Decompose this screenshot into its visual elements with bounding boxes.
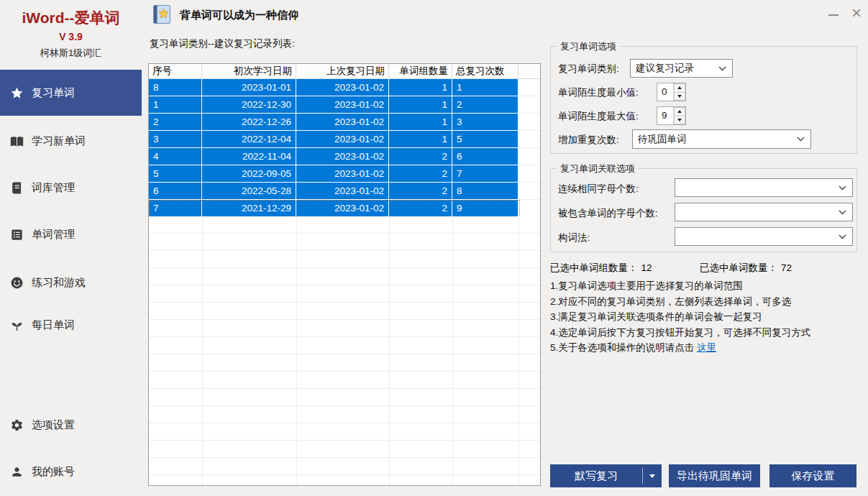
table-cell: 5 — [452, 131, 518, 148]
table-row[interactable]: 32022-12-042023-01-0215 — [149, 131, 540, 148]
chevron-down-icon — [839, 210, 846, 215]
table-cell: 2 — [389, 148, 452, 165]
table-cell: 2023-01-02 — [296, 148, 389, 165]
table-cell: 1 — [389, 131, 452, 148]
chevron-down-icon — [797, 137, 805, 142]
table-cell: 2023-01-02 — [296, 200, 389, 217]
selected-words-value: 72 — [781, 262, 792, 273]
table-cell: 2 — [452, 96, 518, 114]
gear-icon — [10, 418, 24, 432]
table-cell: 2023-01-02 — [296, 96, 389, 114]
contained-letters-select[interactable] — [675, 203, 853, 221]
grid-line — [296, 216, 297, 485]
table-row[interactable]: 82023-01-012023-01-0211 — [149, 79, 540, 96]
table-cell: 1 — [452, 79, 518, 96]
app-window: iWord--爱单词 V 3.9 柯林斯1级词汇 复习单词学习新单词词库管理单词… — [0, 0, 868, 496]
table-cell: 2023-01-02 — [296, 183, 389, 200]
instruction-text: 5.关于各选项和操作的说明请点击 — [550, 342, 697, 353]
spin-down-button[interactable] — [674, 116, 685, 125]
column-header[interactable]: 序号 — [149, 64, 202, 78]
table-row[interactable]: 72021-12-292023-01-0229 — [149, 200, 540, 217]
sidebar-item-7[interactable]: 选项设置 — [0, 410, 142, 439]
list-icon — [10, 228, 24, 242]
export-consolidate-button[interactable]: 导出待巩固单词 — [669, 464, 760, 487]
close-button[interactable]: × — [847, 1, 866, 25]
table-header: 序号初次学习日期上次复习日期单词组数量总复习次数 — [149, 64, 540, 79]
triangle-down-icon — [649, 474, 655, 478]
sidebar-item-1[interactable]: 复习单词 — [0, 70, 142, 116]
save-settings-button[interactable]: 保存设置 — [769, 464, 856, 487]
column-header[interactable]: 总复习次数 — [452, 64, 518, 78]
same-letters-label: 连续相同字母个数: — [558, 183, 639, 196]
table-cell: 7 — [452, 165, 518, 183]
group-title: 复习单词选项 — [557, 40, 619, 53]
spin-up-button[interactable] — [674, 83, 685, 93]
sidebar-item-6[interactable]: 每日单词 — [0, 311, 142, 339]
word-formation-select[interactable] — [675, 227, 853, 246]
max-strangeness-spinner[interactable]: 9 — [657, 106, 686, 125]
spin-down-button[interactable] — [674, 93, 685, 101]
same-letters-select[interactable] — [675, 178, 853, 197]
table-cell: 6 — [452, 148, 518, 165]
sidebar-item-4[interactable]: 单词管理 — [0, 220, 142, 249]
dictation-review-label[interactable]: 默写复习 — [550, 464, 642, 487]
table-cell: 1 — [389, 79, 452, 96]
table-cell: 2022-12-26 — [202, 114, 296, 131]
table-cell: 2022-12-04 — [202, 131, 296, 148]
table-body: 82023-01-012023-01-021112022-12-302023-0… — [149, 79, 540, 217]
sidebar-item-8[interactable]: 我的账号 — [0, 457, 142, 486]
sidebar-item-2[interactable]: 学习新单词 — [0, 127, 142, 155]
column-header[interactable]: 上次复习日期 — [296, 64, 389, 78]
table-cell: 2022-12-30 — [202, 96, 296, 114]
titlebar-slogan: 背单词可以成为一种信仰 — [180, 9, 298, 22]
table-cell: 5 — [149, 165, 202, 183]
sidebar-item-3[interactable]: 词库管理 — [0, 173, 142, 202]
category-select[interactable]: 建议复习记录 — [630, 59, 733, 78]
word-formation-label: 构词法: — [558, 231, 590, 244]
table-row[interactable]: 52022-09-052023-01-0227 — [149, 165, 540, 183]
column-header[interactable]: 单词组数量 — [389, 64, 452, 78]
column-header[interactable]: 初次学习日期 — [202, 64, 296, 78]
grid-line — [452, 216, 453, 485]
sidebar-item-label: 单词管理 — [32, 228, 75, 242]
column-header-filler — [518, 64, 540, 78]
table-cell: 2 — [389, 165, 452, 183]
table-cell: 2 — [149, 114, 202, 131]
table-cell: 4 — [149, 148, 202, 165]
repeat-count-label: 增加重复次数: — [558, 134, 619, 147]
related-options-group: 复习单词关联选项 连续相同字母个数: 被包含单词的字母个数: 构词法: — [550, 168, 857, 252]
table-row[interactable]: 42022-11-042023-01-0226 — [149, 148, 540, 165]
repeat-count-select[interactable]: 待巩固单词 — [632, 129, 811, 149]
sidebar-item-label: 词库管理 — [32, 181, 75, 195]
grid-line — [389, 216, 390, 485]
selected-words-stat: 已选中单词数量：72 — [700, 262, 792, 275]
instruction-line: 3.满足复习单词关联选项条件的单词会被一起复习 — [550, 309, 867, 325]
sidebar-item-label: 我的账号 — [32, 465, 75, 479]
table-empty-grid — [149, 216, 540, 485]
table-cell-filler — [518, 79, 540, 96]
table-cell-filler — [518, 165, 540, 183]
table-cell: 1 — [389, 96, 452, 114]
table-row[interactable]: 22022-12-262023-01-0213 — [149, 114, 540, 131]
help-link[interactable]: 这里 — [697, 342, 716, 353]
table-cell-filler — [518, 200, 540, 217]
triangle-up-icon — [677, 110, 682, 113]
table-cell: 1 — [149, 96, 202, 114]
chevron-down-icon — [718, 66, 726, 71]
table-cell-filler — [518, 131, 540, 148]
dictation-review-button[interactable]: 默写复习 — [550, 464, 662, 487]
dictation-dropdown-arrow[interactable] — [643, 464, 662, 487]
table-cell-filler — [518, 114, 540, 131]
sidebar-item-label: 每日单词 — [32, 318, 75, 332]
table-cell: 2022-09-05 — [202, 165, 296, 183]
sidebar-item-5[interactable]: 练习和游戏 — [0, 268, 142, 297]
table-cell: 2 — [389, 200, 452, 217]
spin-up-button[interactable] — [674, 107, 685, 116]
table-cell: 6 — [149, 183, 202, 200]
book-icon — [10, 181, 24, 195]
minimize-button[interactable] — [826, 7, 841, 23]
table-row[interactable]: 62022-05-282023-01-0228 — [149, 183, 540, 200]
min-strangeness-spinner[interactable]: 0 — [657, 83, 686, 101]
star-icon — [10, 86, 24, 100]
table-row[interactable]: 12022-12-302023-01-0212 — [149, 96, 540, 114]
